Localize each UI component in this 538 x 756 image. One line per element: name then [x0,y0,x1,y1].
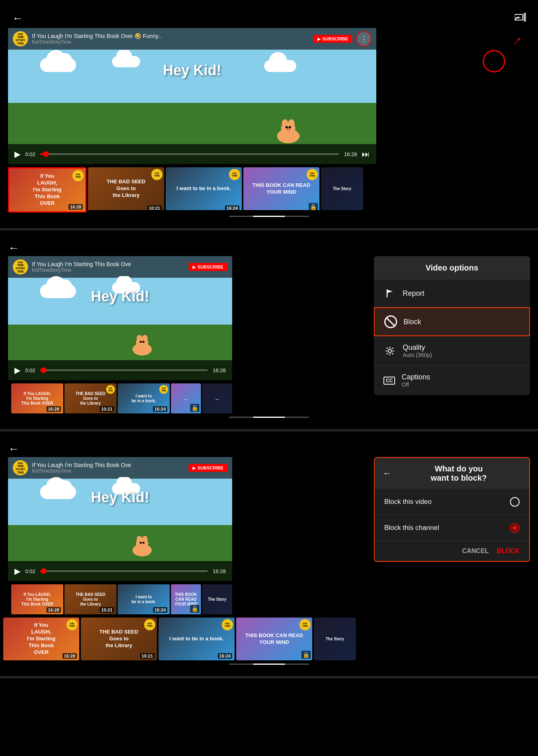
cast-button-1[interactable] [515,13,526,24]
back-button-3[interactable]: ← [8,443,19,455]
video-player-2: KIDTIMESTORYTIME If You Laugh I'm Starti… [8,256,232,380]
s3b-thumb-1[interactable]: If YouLAUGH,I'm StartingThis BookOVER KI… [3,618,79,660]
s3-thumb-4[interactable]: THIS BOOKCAN READYOUR MIND 🔒 [171,584,201,614]
s3-thumb-2[interactable]: THE BAD SEEDGoes tothe Library 10:21 [64,584,116,614]
quality-value: Auto (360p) [403,352,432,358]
thumb-duration-3: 16:24 [225,205,239,211]
s3-thumb-5[interactable]: The Story [202,584,232,614]
progress-bar-2: ▶ 0:02 16:28 [8,360,232,380]
s2-thumb-label-3: I want tobe in a book. [130,393,157,404]
subscribe-button-3[interactable]: SUBSCRIBE [189,464,227,472]
video-title-3: If You Laugh I'm Starting This Book Ove [32,462,185,468]
block-confirm-button[interactable]: BLOCK [497,547,520,555]
next-button-1[interactable]: ⏭ [362,150,370,159]
thumb-duration-1: 16:28 [68,204,83,210]
options-item-report[interactable]: Report [374,280,530,307]
s3b-thumb-4[interactable]: THIS BOOK CAN READ YOUR MIND KIDTIME 🔒 [236,618,312,660]
s3-left: KIDTIMESTORYTIME If You Laugh I'm Starti… [8,457,370,614]
cancel-button[interactable]: CANCEL [462,547,489,555]
subscribe-button-1[interactable]: SUBSCRIBE [313,35,352,43]
thumb-label-2: THE BAD SEEDGoes tothe Library [105,177,147,201]
dog-figure-2 [128,332,160,360]
block-back-button[interactable]: ← [383,468,391,479]
channel-name-1: KidTimeStoryTime [32,39,309,45]
options-header: Video options [374,256,530,280]
options-item-captions[interactable]: CC Captions Off [374,366,530,395]
s3b-thumb-label-2: THE BAD SEEDGoes tothe Library [98,627,140,651]
video-title-bar-3: KIDTIMESTORYTIME If You Laugh I'm Starti… [8,457,232,479]
s3b-kidtime-1: KIDTIME [66,619,78,630]
options-item-block[interactable]: Block [374,307,530,336]
thumb-item-5[interactable]: The Story [321,167,363,213]
svg-point-14 [142,335,148,342]
thumb-label-3: I want to be in a book. [175,184,233,194]
cloud-3-1 [40,485,76,499]
progress-track-2[interactable] [40,369,208,371]
progress-track-1[interactable] [40,153,339,155]
s2-thumb-4[interactable]: ... 🔒 [171,383,201,413]
back-button-2[interactable]: ← [8,242,19,255]
play-button-3[interactable]: ▶ [14,566,20,576]
progress-thumb-1 [43,151,49,157]
s3b-thumb-label-3: I want to be in a book. [168,634,225,644]
red-arrow-annotation: ↑ [510,32,526,49]
s2-thumb-kidtime-3: KIDTIME [159,385,168,394]
section-2: ← KIDTIMESTORYTIME If You Laugh I'm Star… [0,231,538,431]
block-video-label: Block this video [384,498,432,506]
s2-thumb-2[interactable]: THE BAD SEEDGoes tothe Library KIDTIME 1… [64,383,116,413]
thumb-item-4[interactable]: THIS BOOK CAN READ YOUR MIND KIDTIME 🔒 [243,167,319,213]
play-button-1[interactable]: ▶ [14,149,20,159]
video-scene-2: Hey Kid! [8,276,232,360]
block-channel-radio[interactable] [510,523,520,533]
block-option-video[interactable]: Block this video [375,489,529,515]
block-option-channel[interactable]: Block this channel [375,515,529,541]
block-dialog: ← What do youwant to block? Block this v… [374,457,530,562]
progress-track-3[interactable] [40,570,208,572]
thumb-item-2[interactable]: THE BAD SEEDGoes tothe Library KIDTIME 1… [88,167,164,213]
hey-kid-text-1: Hey Kid! [163,62,221,79]
thumb-kidtime-4: KIDTIME [307,169,318,180]
three-dots-button-1[interactable]: ⋮ [356,31,371,46]
s2-thumb-label-1: If You LAUGH,I'm StartingThis Book OVER [20,391,54,407]
red-circle-annotation [483,50,505,72]
s2-thumb-dur-1: 16:28 [46,406,61,412]
video-title-2: If You Laugh I'm Starting This Book Ove [32,261,185,267]
scroll-fill-3 [253,664,285,665]
s3b-thumb-2[interactable]: THE BAD SEEDGoes tothe Library KIDTIME 1… [81,618,157,660]
progress-bar-3: ▶ 0:02 16:28 [8,561,232,581]
video-scene-1: Hey Kid! [8,50,376,144]
time-current-2: 0:02 [25,367,35,373]
s3-thumb-3[interactable]: I want tobe in a book. 16:24 [118,584,170,614]
quality-label: Quality [403,343,432,352]
thumbnails-strip-3b: If YouLAUGH,I'm StartingThis BookOVER KI… [0,618,538,660]
s2-thumb-5[interactable]: ... [202,383,232,413]
s3-thumb-1[interactable]: If You LAUGH,I'm StartingThis Book OVER … [11,584,63,614]
s3b-thumb-label-1: If YouLAUGH,I'm StartingThis BookOVER [26,620,57,657]
s2-thumb-3[interactable]: I want tobe in a book. KIDTIME 16:24 [118,383,170,413]
thumb-item-3[interactable]: I want to be in a book. KIDTIME 16:24 [166,167,242,213]
hey-kid-text-3: Hey Kid! [91,489,149,506]
video-title-bar-2: KIDTIMESTORYTIME If You Laugh I'm Starti… [8,256,232,278]
subscribe-button-2[interactable]: SUBSCRIBE [189,263,227,271]
cloud-1 [40,58,76,72]
thumb-item-1[interactable]: If YouLAUGH,I'm StartingThis BookOVER KI… [8,167,86,213]
thumb-lock-4: 🔒 [309,203,318,211]
s3b-thumb-5[interactable]: The Story [314,618,356,660]
video-scene-3: Hey Kid! [8,477,232,561]
svg-point-7 [285,126,288,128]
block-label: Block [404,318,421,326]
gear-icon [383,345,396,357]
thumb-label-5: The Story [332,186,352,192]
play-button-2[interactable]: ▶ [14,365,20,375]
s3b-kidtime-4: KIDTIME [299,619,311,630]
block-video-radio[interactable] [510,497,520,507]
options-item-quality[interactable]: Quality Auto (360p) [374,336,530,366]
channel-logo-2: KIDTIMESTORYTIME [13,259,28,275]
time-current-3: 0:02 [25,568,35,574]
s2-thumb-1[interactable]: If You LAUGH,I'm StartingThis Book OVER … [11,383,63,413]
s3b-thumb-3[interactable]: I want to be in a book. KIDTIME 16:24 [159,618,235,660]
s2-thumb-label-5: ... [215,395,219,402]
header-row-1: ← [0,8,538,28]
svg-point-8 [289,126,291,128]
back-button-1[interactable]: ← [12,12,23,25]
